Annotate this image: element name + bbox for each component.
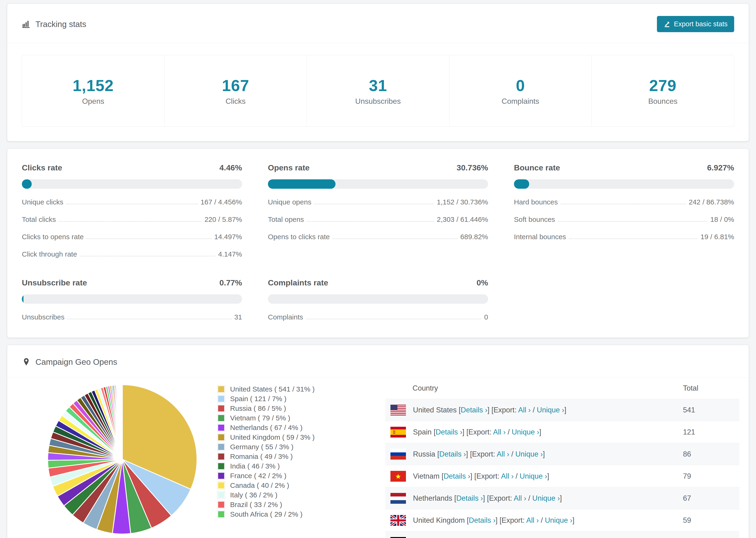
- details-link[interactable]: Details ›: [460, 406, 487, 414]
- legend-item-romania: Romania ( 49 / 3% ): [217, 452, 315, 461]
- country-name: Spain: [413, 428, 432, 436]
- legend-label: Canada ( 40 / 2% ): [230, 481, 289, 489]
- legend-label: Italy ( 36 / 2% ): [230, 491, 278, 499]
- legend-swatch: [217, 385, 225, 393]
- page: Tracking stats Export basic stats 1,152O…: [0, 4, 756, 538]
- legend-label: South Africa ( 29 / 2% ): [230, 510, 302, 518]
- stat-row: Total opens2,303 / 61.446%: [268, 215, 488, 224]
- dotted-leader: [80, 256, 215, 256]
- export-unique-link[interactable]: Unique ›: [537, 406, 564, 414]
- stat-value: 0: [452, 76, 589, 95]
- tracking-stats-header: Tracking stats Export basic stats: [7, 4, 749, 43]
- summary-stat-complaints: 0Complaints: [449, 55, 592, 126]
- geo-opens-header: Campaign Geo Opens: [7, 345, 749, 378]
- row-value: 1,152 / 30.736%: [437, 198, 488, 206]
- legend-swatch: [217, 472, 225, 480]
- legend-swatch: [217, 443, 225, 451]
- dotted-leader: [59, 221, 202, 222]
- export-basic-stats-button[interactable]: Export basic stats: [657, 16, 734, 32]
- summary-stats-row: 1,152Opens167Clicks31Unsubscribes0Compla…: [22, 55, 734, 127]
- flag-gb-icon: [391, 515, 406, 526]
- legend-label: United Kingdom ( 59 / 3% ): [230, 433, 315, 441]
- stat-row: Unsubscribes31: [22, 313, 242, 321]
- progress-bar: [268, 295, 488, 304]
- legend-swatch: [217, 482, 225, 489]
- geo-legend: United States ( 541 / 31% )Spain ( 121 /…: [217, 384, 315, 519]
- export-unique-link[interactable]: Unique ›: [532, 494, 560, 502]
- stat-row: Soft bounces18 / 0%: [514, 215, 734, 224]
- legend-swatch: [217, 395, 225, 403]
- export-unique-link[interactable]: Unique ›: [515, 450, 543, 458]
- geo-opens-title: Campaign Geo Opens: [22, 357, 117, 367]
- progress-bar: [22, 295, 242, 304]
- rate-value: 6.927%: [707, 163, 734, 172]
- row-label: Unsubscribes: [22, 313, 65, 321]
- legend-item-canada: Canada ( 40 / 2% ): [217, 480, 315, 490]
- row-label: Complaints: [268, 313, 303, 321]
- rate-block-unsubscribe-rate: Unsubscribe rate0.77%Unsubscribes31: [22, 278, 242, 321]
- tracking-stats-title: Tracking stats: [22, 20, 86, 29]
- export-unique-link[interactable]: Unique ›: [545, 516, 572, 524]
- legend-label: United States ( 541 / 31% ): [230, 385, 315, 393]
- details-link[interactable]: Details ›: [436, 428, 462, 436]
- row-label: Internal bounces: [514, 233, 566, 241]
- legend-item-south-africa: South Africa ( 29 / 2% ): [217, 510, 315, 519]
- row-value: 18 / 0%: [710, 215, 734, 224]
- legend-swatch: [217, 405, 225, 412]
- legend-item-united-states: United States ( 541 / 31% ): [217, 384, 315, 394]
- export-all-link[interactable]: All ›: [497, 450, 509, 458]
- rate-value: 30.736%: [457, 163, 488, 172]
- legend-item-vietnam: Vietnam ( 79 / 5% ): [217, 413, 315, 423]
- export-unique-link[interactable]: Unique ›: [519, 472, 547, 480]
- export-all-link[interactable]: All ›: [526, 516, 539, 524]
- country-total: 121: [683, 428, 739, 436]
- details-link[interactable]: Details ›: [456, 494, 483, 502]
- summary-stat-unsubscribes: 31Unsubscribes: [307, 55, 449, 126]
- row-value: 242 / 86.738%: [689, 198, 734, 206]
- legend-swatch: [217, 424, 225, 431]
- country-name: United Kingdom: [413, 516, 465, 524]
- row-value: 689.82%: [460, 233, 488, 241]
- export-all-link[interactable]: All ›: [514, 494, 526, 502]
- details-link[interactable]: Details ›: [439, 450, 466, 458]
- geo-opens-card: Campaign Geo Opens United States ( 541 /…: [7, 345, 749, 538]
- legend-item-spain: Spain ( 121 / 7% ): [217, 394, 315, 404]
- dotted-leader: [86, 239, 211, 239]
- row-label: Soft bounces: [514, 215, 555, 224]
- country-name: Netherlands: [413, 494, 452, 502]
- legend-label: Romania ( 49 / 3% ): [230, 453, 293, 460]
- row-value: 19 / 6.81%: [701, 233, 734, 241]
- stat-row: Clicks to opens rate14.497%: [22, 233, 242, 241]
- export-all-link[interactable]: All ›: [493, 428, 506, 436]
- export-all-link[interactable]: All ›: [518, 406, 531, 414]
- summary-stat-opens: 1,152Opens: [22, 55, 165, 126]
- details-link[interactable]: Details ›: [444, 472, 470, 480]
- row-value: 167 / 4.456%: [200, 198, 242, 206]
- table-row-gb: United Kingdom [Details ›] [Export: All …: [385, 509, 739, 531]
- rate-block-bounce-rate: Bounce rate6.927%Hard bounces242 / 86.73…: [514, 163, 734, 258]
- rate-title: Bounce rate: [514, 163, 560, 172]
- row-value: 14.497%: [214, 233, 242, 241]
- table-row-ru: Russia [Details ›] [Export: All › / Uniq…: [385, 443, 739, 465]
- row-value: 2,303 / 61.446%: [437, 215, 488, 224]
- details-link[interactable]: Details ›: [469, 516, 496, 524]
- geo-title: Campaign Geo Opens: [35, 357, 117, 367]
- rate-title: Opens rate: [268, 163, 310, 172]
- country-name: Russia: [413, 450, 435, 458]
- rate-title: Unsubscribe rate: [22, 278, 87, 287]
- country-total: 79: [683, 472, 739, 480]
- dotted-leader: [333, 239, 458, 239]
- legend-item-india: India ( 46 / 3% ): [217, 461, 315, 471]
- progress-bar: [514, 179, 734, 189]
- page-title: Tracking stats: [35, 20, 86, 29]
- export-label: Export:: [502, 516, 524, 524]
- rate-grid: Clicks rate4.46%Unique clicks167 / 4.456…: [7, 149, 749, 338]
- legend-label: Brazil ( 33 / 2% ): [230, 501, 282, 509]
- row-label: Opens to clicks rate: [268, 233, 330, 241]
- progress-fill: [514, 179, 529, 189]
- legend-swatch: [217, 462, 225, 470]
- export-unique-link[interactable]: Unique ›: [512, 428, 539, 436]
- export-all-link[interactable]: All ›: [501, 472, 513, 480]
- legend-label: Russia ( 86 / 5% ): [230, 404, 286, 412]
- stat-label: Bounces: [594, 97, 731, 106]
